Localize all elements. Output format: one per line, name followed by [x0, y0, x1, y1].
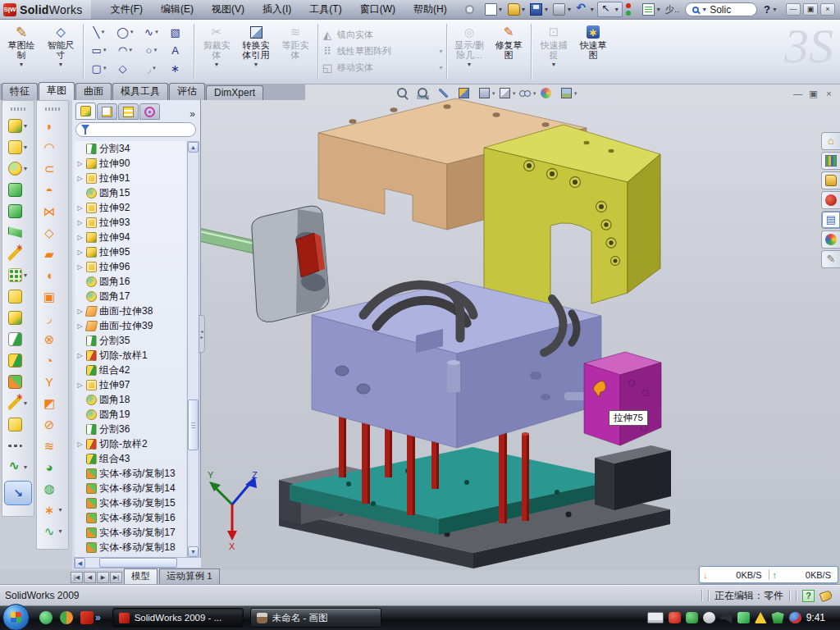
file-explorer-tab[interactable] — [821, 171, 840, 189]
messenger-icon[interactable] — [39, 611, 52, 624]
sketch-fillet-icon[interactable]: ◞ ▼ — [139, 59, 165, 77]
tree-item[interactable]: ▷ 切除-放样2 — [75, 436, 186, 451]
untrim-surface-icon[interactable]: ◔ ▼ — [37, 349, 68, 371]
restore-button[interactable]: ▣ — [803, 3, 818, 16]
menu-item[interactable]: 编辑(E) — [153, 1, 202, 18]
tree-item[interactable]: ▷ 拉伸94 — [75, 230, 186, 244]
tree-item[interactable]: ▷ 分割36 — [75, 422, 186, 436]
hide-show-items-icon[interactable]: ▼ — [519, 87, 537, 99]
3d-model[interactable] — [201, 84, 840, 570]
tree-vertical-scrollbar[interactable]: ▲ ▼ — [187, 141, 199, 558]
convert-entities-button[interactable]: 转换实体引用 ▼ — [236, 22, 276, 67]
rectangle-icon[interactable]: ▭ ▼ — [86, 41, 112, 59]
update-badge-icon[interactable] — [703, 612, 715, 623]
combine-icon[interactable]: ▼ — [2, 349, 34, 371]
dropdown-caret-icon[interactable]: ▼ — [103, 66, 107, 71]
close-button[interactable]: × — [820, 3, 835, 16]
display-delete-relations-button[interactable]: 显示/删除几... ▼ — [450, 22, 489, 67]
offset-surface-icon[interactable]: ◇ ▼ — [37, 221, 68, 243]
dropdown-caret-icon[interactable]: ▼ — [498, 7, 504, 12]
tree-item[interactable]: ▷ 拉伸95 — [75, 244, 186, 259]
menu-item[interactable]: 帮助(H) — [405, 1, 455, 18]
tree-item[interactable]: ▷ 组合42 — [75, 363, 186, 377]
tree-item[interactable]: ▷ 切除-放样1 — [75, 348, 186, 363]
custom-properties-tab[interactable] — [821, 250, 840, 268]
doc-minimize-button[interactable]: — — [792, 88, 804, 100]
tree-item[interactable]: ▷ 拉伸90 — [75, 156, 186, 171]
insert-block-part[interactable] — [584, 352, 661, 445]
sketch-text-icon[interactable]: A ▼ — [165, 41, 191, 59]
clock[interactable]: 9:41 — [806, 612, 833, 623]
view-orientation-icon[interactable]: ▼ — [478, 87, 496, 99]
open-icon[interactable]: ▼ — [506, 2, 528, 16]
solidworks-tools-tab[interactable] — [821, 191, 840, 209]
sketch-button[interactable]: 草图绘制 ▼ — [2, 22, 41, 67]
panel-overflow-icon[interactable]: » — [189, 108, 197, 120]
display-style-icon[interactable]: ▼ — [499, 87, 517, 99]
dropdown-caret-icon[interactable]: ▼ — [23, 464, 29, 470]
dropdown-caret-icon[interactable]: ▼ — [103, 48, 107, 52]
convert-caret-icon[interactable]: ▼ — [253, 62, 259, 67]
tree-item[interactable]: ▷ 拉伸97 — [75, 377, 186, 392]
configurationmanager-tab[interactable] — [118, 103, 139, 120]
tree-item[interactable]: ▷ 曲面-拉伸38 — [75, 304, 186, 318]
toolbar-grip[interactable] — [45, 107, 60, 111]
featuremanager-tab[interactable] — [75, 103, 96, 120]
freeform-icon[interactable]: ⋈ ▼ — [37, 200, 68, 221]
taskbar-task-button[interactable]: SolidWorks 2009 - ... — [112, 608, 244, 628]
extruded-boss-icon[interactable]: ▼ — [2, 115, 34, 136]
extend-surface-icon[interactable]: ◩ ▼ — [37, 392, 68, 413]
expander-icon[interactable]: ▷ — [76, 441, 84, 448]
dropdown-caret-icon[interactable]: ▼ — [614, 7, 619, 12]
scroll-left-icon[interactable]: ◀ — [75, 558, 85, 568]
reference-geometry-icon[interactable]: ▼ — [2, 392, 34, 413]
dropdown-caret-icon[interactable]: ▼ — [491, 91, 496, 96]
new-document-icon[interactable]: ▼ — [483, 2, 505, 16]
scroll-up-icon[interactable]: ▲ — [188, 142, 199, 153]
network-status-icon[interactable] — [737, 612, 750, 623]
panel-splitter-handle[interactable]: ◂▸ — [199, 315, 205, 353]
plane-icon[interactable]: ▼ — [2, 413, 34, 435]
expander-icon[interactable]: ▷ — [76, 219, 84, 226]
select-icon[interactable]: ▼ — [597, 2, 623, 17]
next-tab-icon[interactable]: ▶ — [97, 572, 109, 583]
expander-icon[interactable]: ▷ — [76, 249, 84, 256]
tree-item[interactable]: ▷ 拉伸96 — [75, 259, 186, 274]
menu-item[interactable]: 文件(F) — [103, 1, 151, 18]
arc-icon[interactable]: ◠ ▼ — [112, 41, 139, 59]
doc-restore-button[interactable]: ▣ — [807, 88, 819, 100]
dropdown-caret-icon[interactable]: ▼ — [23, 123, 29, 129]
extruded-cut-icon[interactable]: ▼ — [2, 136, 34, 158]
mid-surface-icon[interactable]: Y ▼ — [37, 371, 68, 392]
instant3d-button[interactable] — [4, 481, 32, 505]
trim-entities-button[interactable]: 剪裁实体 ▼ — [197, 22, 236, 67]
chamfer-icon[interactable]: ▼ — [2, 179, 34, 200]
expander-icon[interactable]: ▷ — [76, 352, 84, 359]
dropdown-caret-icon[interactable]: ▼ — [153, 48, 158, 52]
thicken-icon[interactable]: ◍ ▼ — [37, 477, 68, 499]
scroll-down-icon[interactable]: ▼ — [188, 546, 199, 557]
tree-item[interactable]: ▷ 拉伸92 — [75, 200, 186, 215]
propertymanager-tab[interactable] — [97, 103, 117, 120]
tree-item[interactable]: ▷ 实体-移动/复制16 — [75, 510, 186, 525]
mirror-entities-button[interactable]: ◭ 镜向实体 ▼ — [321, 27, 444, 43]
edit-appearance-icon[interactable]: ▼ — [540, 87, 558, 99]
smart-dimension-caret-icon[interactable]: ▼ — [58, 62, 64, 67]
wrap-icon[interactable]: ▼ — [2, 243, 34, 264]
split-icon[interactable]: ▼ — [2, 328, 34, 349]
spline-icon[interactable]: ∿ ▼ — [139, 23, 165, 41]
volume-icon[interactable] — [720, 612, 733, 623]
solidworks-launcher-icon[interactable] — [80, 611, 94, 624]
dropdown-caret-icon[interactable]: ▼ — [57, 528, 63, 534]
curve-2-icon[interactable]: ∿ ▼ — [37, 520, 68, 541]
ribbon-tab[interactable]: 模具工具 — [112, 83, 168, 100]
move-entities-button[interactable]: ◱ 移动实体 ▼ — [321, 60, 444, 75]
dropdown-caret-icon[interactable]: ▼ — [573, 91, 578, 96]
rapid-sketch-button[interactable]: 快速草图 — [573, 22, 613, 60]
filled-surface-icon[interactable]: ◖ ▼ — [37, 264, 68, 285]
taskbar-task-button[interactable]: 未命名 - 画图 — [250, 608, 381, 628]
dropdown-caret-icon[interactable]: ▼ — [128, 48, 133, 52]
toolbar-grip[interactable] — [11, 107, 25, 111]
surface-fillet-icon[interactable]: ◕ ▼ — [37, 456, 68, 477]
section-view-icon[interactable]: ▼ — [458, 87, 476, 99]
